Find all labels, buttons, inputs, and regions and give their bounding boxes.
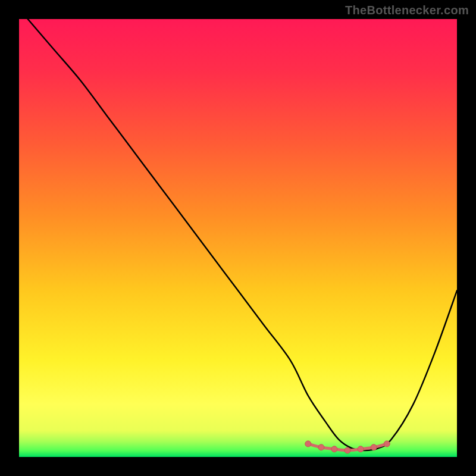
valley-marker-dot (345, 447, 350, 453)
valley-marker-dot (305, 441, 311, 447)
bottleneck-curve (28, 19, 457, 450)
watermark-text: TheBottlenecker.com (345, 4, 469, 17)
chart-frame: TheBottlenecker.com (0, 0, 476, 476)
curve-layer (19, 19, 457, 457)
plot-area (19, 19, 457, 457)
valley-marker-dot (358, 446, 364, 452)
valley-marker-dot (318, 444, 324, 450)
valley-marker-dot (384, 441, 390, 447)
valley-marker-dot (331, 446, 337, 452)
valley-marker-dot (371, 444, 377, 450)
